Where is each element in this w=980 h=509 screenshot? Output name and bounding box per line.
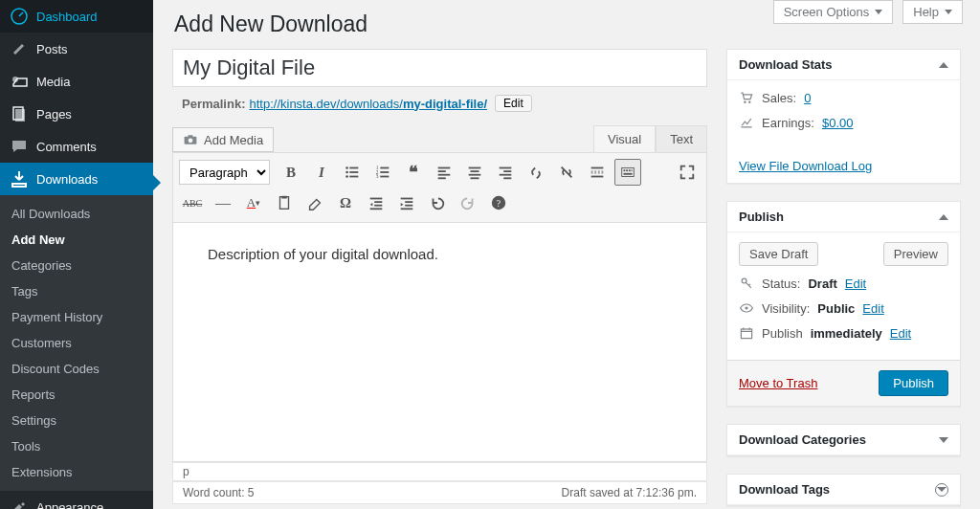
svg-rect-20 [438,170,446,172]
special-char-button[interactable]: Ω [332,189,359,216]
submenu-tools[interactable]: Tools [0,433,153,459]
clipboard-icon [276,194,293,211]
fullscreen-button[interactable] [674,159,701,186]
submenu-payment-history[interactable]: Payment History [0,304,153,330]
svg-rect-45 [370,208,383,210]
hr-button[interactable]: — [210,189,236,216]
bullet-list-button[interactable] [339,159,366,186]
sales-value-link[interactable]: 0 [804,91,811,105]
align-right-button[interactable] [492,159,519,186]
add-media-button[interactable]: Add Media [172,127,274,152]
tab-text[interactable]: Text [656,125,707,152]
dashboard-icon [10,7,29,26]
svg-point-7 [345,166,348,169]
paste-text-button[interactable] [271,189,298,216]
svg-rect-49 [401,208,413,210]
media-icon [10,72,29,91]
format-select[interactable]: Paragraph [179,160,270,185]
svg-rect-42 [370,198,383,200]
submenu-settings[interactable]: Settings [0,408,153,433]
link-button[interactable] [523,159,549,186]
publish-button[interactable]: Publish [879,370,948,396]
permalink-link[interactable]: http://kinsta.dev/downloads/my-digital-f… [249,97,487,111]
publish-schedule-label: Publish [762,326,803,341]
editor-textarea[interactable]: Description of your digital download. [172,223,707,462]
edit-status-link[interactable]: Edit [845,277,866,291]
textcolor-button[interactable]: A ▾ [240,189,267,216]
screen-options-button[interactable]: Screen Options [773,0,894,24]
svg-point-5 [189,138,193,143]
sidebar-item-media[interactable]: Media [0,65,153,98]
publish-toggle[interactable]: Publish [727,202,960,232]
editor-path: p [172,462,707,481]
strikethrough-button[interactable]: ABC [179,189,206,216]
sidebar-item-comments[interactable]: Comments [0,130,153,163]
svg-rect-6 [189,135,193,137]
save-draft-button[interactable]: Save Draft [739,242,818,266]
publish-box: Publish Save Draft Preview Status: Draft… [726,201,961,407]
help-button[interactable]: Help [902,0,963,24]
list-ol-icon: 123 [374,164,391,181]
tab-visual[interactable]: Visual [593,125,656,152]
align-left-button[interactable] [431,159,457,186]
sidebar-item-pages[interactable]: Pages [0,98,153,130]
svg-rect-3 [15,109,25,122]
unlink-icon [558,164,575,181]
view-log-link[interactable]: View File Download Log [739,159,872,173]
submenu-tags[interactable]: Tags [0,278,153,304]
download-categories-toggle[interactable]: Download Categories [727,425,960,455]
sidebar-item-label: Media [36,75,70,89]
submenu-extensions[interactable]: Extensions [0,459,153,485]
blockquote-button[interactable]: ❝ [400,159,427,186]
redo-button[interactable] [455,189,481,216]
submenu-discount-codes[interactable]: Discount Codes [0,356,153,382]
italic-button[interactable]: I [308,159,335,186]
sidebar-item-label: Dashboard [36,10,98,24]
svg-rect-14 [380,167,389,169]
align-right-icon [497,164,514,181]
earnings-label: Earnings: [762,116,814,130]
chevron-up-icon [939,214,948,220]
sidebar-item-posts[interactable]: Posts [0,33,153,65]
submenu-categories[interactable]: Categories [0,253,153,278]
submenu-add-new[interactable]: Add New [0,227,153,253]
bold-button[interactable]: B [278,159,304,186]
help-toolbar-button[interactable]: ? [485,189,512,216]
edit-permalink-button[interactable]: Edit [495,95,532,112]
preview-button[interactable]: Preview [883,242,948,266]
download-tags-toggle[interactable]: Download Tags [727,475,960,505]
indent-icon [398,194,415,211]
sidebar-item-appearance[interactable]: Appearance [0,491,153,509]
align-center-button[interactable] [461,159,488,186]
svg-rect-56 [741,329,751,339]
unlink-button[interactable] [553,159,580,186]
kitchensink-button[interactable] [614,159,641,186]
clear-format-button[interactable] [301,189,328,216]
main-content: Screen Options Help Add New Download Per… [153,0,980,509]
sidebar-item-downloads[interactable]: Downloads [0,163,153,195]
permalink-slug: my-digital-file/ [403,97,487,111]
sidebar-item-dashboard[interactable]: Dashboard [0,0,153,33]
readmore-button[interactable] [584,159,611,186]
move-to-trash-link[interactable]: Move to Trash [739,376,817,390]
submenu-customers[interactable]: Customers [0,330,153,356]
svg-rect-18 [380,176,389,178]
download-stats-toggle[interactable]: Download Stats [727,50,960,80]
outdent-button[interactable] [363,189,390,216]
submenu-all-downloads[interactable]: All Downloads [0,201,153,227]
screen-options-label: Screen Options [784,5,870,19]
indent-button[interactable] [393,189,420,216]
permalink-base: http://kinsta.dev/downloads/ [249,97,402,111]
undo-button[interactable] [424,189,451,216]
edit-visibility-link[interactable]: Edit [862,301,883,316]
post-title-input[interactable] [172,49,707,87]
align-center-icon [466,164,483,181]
download-categories-box: Download Categories [726,424,961,456]
svg-rect-30 [503,177,511,179]
cart-icon [739,90,754,105]
number-list-button[interactable]: 123 [369,159,396,186]
edit-schedule-link[interactable]: Edit [890,326,911,341]
earnings-value-link[interactable]: $0.00 [822,116,854,130]
submenu-reports[interactable]: Reports [0,382,153,408]
visibility-value: Public [817,301,855,316]
